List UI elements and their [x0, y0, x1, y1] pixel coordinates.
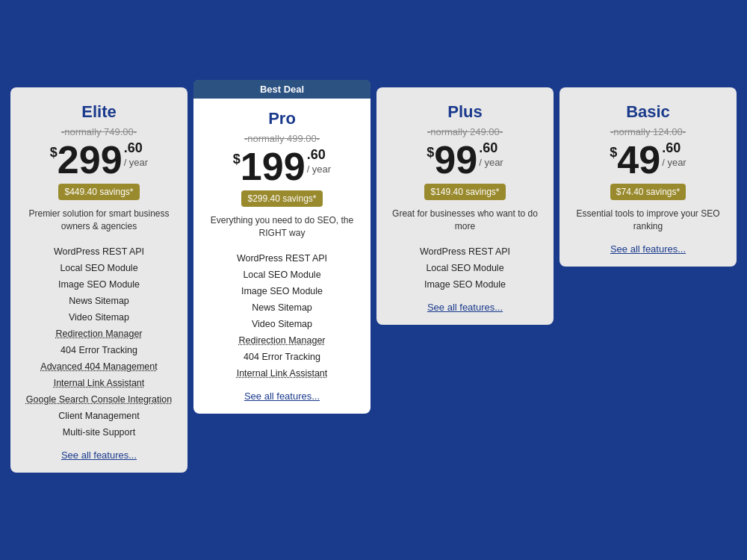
savings-badge-elite: $449.40 savings* [58, 184, 139, 200]
features-list-elite: WordPress REST APILocal SEO ModuleImage … [22, 243, 176, 441]
feature-item: Multi-site Support [22, 424, 176, 441]
feature-item: WordPress REST API [22, 243, 176, 260]
plan-card-elite: Elite-normally 749.00- $ 299 .60 / year … [10, 87, 187, 473]
feature-item: Internal Link Assistant [205, 365, 359, 382]
feature-item: Video Sitemap [22, 309, 176, 326]
feature-item: Internal Link Assistant [22, 375, 176, 391]
savings-badge-pro: $299.40 savings* [241, 190, 322, 207]
price-period-basic: / year [662, 157, 686, 169]
price-dollar-pro: $ [233, 152, 241, 167]
price-dollar-elite: $ [50, 145, 58, 161]
original-price-elite: -normally 749.00- [22, 126, 176, 137]
savings-badge-basic: $74.40 savings* [610, 184, 686, 200]
price-cents-basic: .60 [662, 140, 686, 157]
feature-item: News Sitemap [205, 299, 359, 316]
plan-desc-elite: Premier solution for smart business owne… [22, 208, 176, 233]
feature-item: Image SEO Module [205, 283, 359, 299]
best-deal-banner: Best Deal [193, 80, 371, 99]
savings-badge-plus: $149.40 savings* [424, 184, 505, 200]
feature-item: Google Search Console Integration [22, 391, 176, 408]
features-list-plus: WordPress REST APILocal SEO ModuleImage … [388, 243, 542, 293]
price-main-plus: 99 [434, 140, 477, 179]
feature-item: 404 Error Tracking [22, 342, 176, 358]
price-right-plus: .60 / year [479, 140, 503, 168]
feature-item: Redirection Manager [22, 326, 176, 342]
feature-item: WordPress REST API [388, 243, 542, 260]
feature-item: Local SEO Module [388, 260, 542, 276]
feature-item: Image SEO Module [388, 276, 542, 293]
plan-name-pro: Pro [205, 109, 359, 128]
price-main-elite: 299 [58, 140, 123, 179]
price-cents-plus: .60 [479, 140, 503, 157]
features-list-pro: WordPress REST APILocal SEO ModuleImage … [205, 250, 359, 382]
price-row-pro: $ 199 .60 / year [205, 147, 359, 186]
price-row-basic: $ 49 .60 / year [571, 140, 725, 179]
see-all-link-pro[interactable]: See all features... [205, 391, 359, 402]
price-main-pro: 199 [241, 147, 306, 186]
original-price-plus: -normally 249.00- [388, 126, 542, 137]
price-period-elite: / year [124, 157, 149, 169]
price-cents-pro: .60 [307, 147, 332, 164]
see-all-link-basic[interactable]: See all features... [571, 243, 725, 255]
feature-item: Client Management [22, 408, 176, 424]
price-period-plus: / year [479, 157, 503, 169]
feature-item: Redirection Manager [205, 332, 359, 349]
original-price-basic: -normally 124.00- [571, 126, 725, 137]
feature-item: Local SEO Module [22, 260, 176, 276]
price-right-elite: .60 / year [124, 140, 149, 168]
feature-item: Local SEO Module [205, 267, 359, 283]
price-dollar-basic: $ [610, 145, 617, 161]
plan-name-elite: Elite [22, 102, 176, 122]
price-right-basic: .60 / year [662, 140, 686, 168]
see-all-link-elite[interactable]: See all features... [22, 449, 176, 461]
feature-item: 404 Error Tracking [205, 349, 359, 365]
price-period-pro: / year [307, 164, 332, 175]
feature-item: WordPress REST API [205, 250, 359, 267]
plan-card-plus: Plus-normally 249.00- $ 99 .60 / year $1… [376, 87, 554, 325]
plan-card-pro: Best DealPro-normally 499.00- $ 199 .60 … [193, 80, 371, 414]
plan-name-plus: Plus [388, 102, 542, 122]
plan-card-basic: Basic-normally 124.00- $ 49 .60 / year $… [560, 87, 737, 267]
price-main-basic: 49 [617, 140, 660, 179]
feature-item: Image SEO Module [22, 276, 176, 293]
price-cents-elite: .60 [124, 140, 149, 157]
plan-desc-basic: Essential tools to improve your SEO rank… [571, 208, 725, 233]
original-price-pro: -normally 499.00- [205, 133, 359, 144]
feature-item: Advanced 404 Management [22, 358, 176, 375]
plan-desc-pro: Everything you need to do SEO, the RIGHT… [205, 214, 359, 240]
pricing-wrapper: Elite-normally 749.00- $ 299 .60 / year … [7, 87, 740, 473]
plan-desc-plus: Great for businesses who want to do more [388, 208, 542, 233]
feature-item: Video Sitemap [205, 316, 359, 332]
plan-name-basic: Basic [571, 102, 725, 122]
price-row-elite: $ 299 .60 / year [22, 140, 176, 179]
see-all-link-plus[interactable]: See all features... [388, 302, 542, 313]
price-row-plus: $ 99 .60 / year [388, 140, 542, 179]
price-right-pro: .60 / year [307, 147, 332, 175]
feature-item: News Sitemap [22, 293, 176, 309]
price-dollar-plus: $ [427, 145, 434, 161]
